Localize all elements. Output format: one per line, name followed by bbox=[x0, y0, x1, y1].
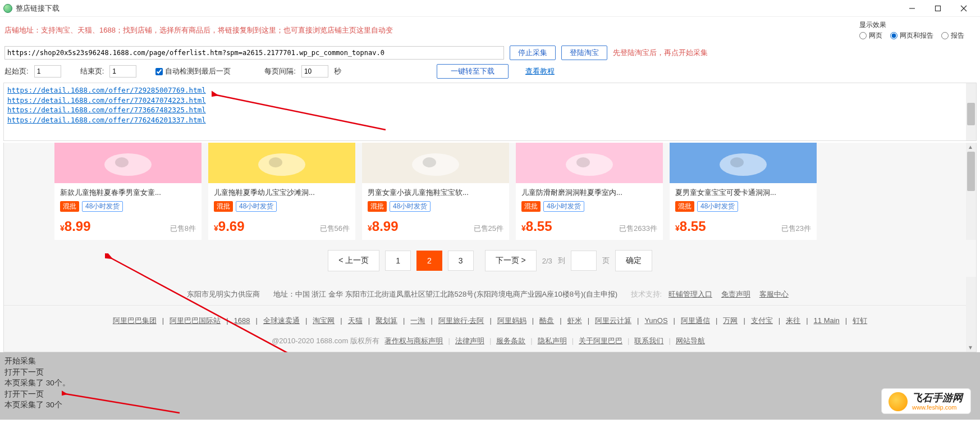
copyright-link[interactable]: 关于阿里巴巴 bbox=[579, 337, 622, 345]
goto-label: 到 bbox=[558, 256, 565, 266]
product-title: 夏男童女童宝宝可爱卡通洞洞... bbox=[675, 188, 811, 198]
site-link[interactable]: 阿里通信 bbox=[681, 316, 710, 325]
log-line: 开始采集 bbox=[4, 356, 976, 367]
page-number-button[interactable]: 2 bbox=[416, 251, 442, 271]
site-link[interactable]: 聚划算 bbox=[375, 316, 397, 325]
copyright-link[interactable]: 服务条款 bbox=[496, 337, 525, 345]
product-image bbox=[516, 143, 663, 183]
product-card[interactable]: 夏男童女童宝宝可爱卡通洞洞...混批48小时发货¥8.55已售23件 bbox=[670, 143, 817, 240]
login-taobao-button[interactable]: 登陆淘宝 bbox=[561, 46, 607, 60]
view-tutorial-link[interactable]: 查看教程 bbox=[525, 66, 555, 76]
end-page-label: 结束页: bbox=[80, 66, 104, 76]
site-link[interactable]: 万网 bbox=[723, 316, 738, 325]
site-link[interactable]: 阿里巴巴国际站 bbox=[170, 316, 221, 325]
interval-input[interactable] bbox=[301, 65, 328, 78]
site-link[interactable]: 1688 bbox=[234, 316, 250, 325]
goto-confirm-button[interactable]: 确定 bbox=[615, 250, 652, 271]
tech-support-link[interactable]: 客服中心 bbox=[759, 290, 789, 298]
tech-support-label: 技术支持: bbox=[631, 290, 662, 298]
supplier-name: 东阳市见明实力供应商 bbox=[187, 290, 260, 298]
product-card[interactable]: 新款儿童拖鞋夏春季男童女童...混批48小时发货¥8.99已售8件 bbox=[54, 143, 202, 240]
collected-link[interactable]: https://detail.1688.com/offer/7702470742… bbox=[7, 96, 973, 106]
product-sold: 已售2633件 bbox=[619, 224, 657, 234]
collected-link[interactable]: https://detail.1688.com/offer/7762462013… bbox=[7, 115, 973, 125]
tech-support-link[interactable]: 旺铺管理入口 bbox=[668, 290, 712, 298]
site-link[interactable]: 阿里旅行·去阿 bbox=[438, 316, 484, 325]
site-link[interactable]: 酷盘 bbox=[539, 316, 554, 325]
end-page-input[interactable] bbox=[109, 65, 136, 78]
tech-support-link[interactable]: 免责声明 bbox=[721, 290, 750, 298]
copyright-link[interactable]: 隐私声明 bbox=[538, 337, 567, 345]
paginator: < 上一页 123 下一页 > 2/3 到 页 确定 bbox=[4, 240, 976, 277]
site-link[interactable]: 虾米 bbox=[567, 316, 582, 325]
site-link[interactable]: 钉钉 bbox=[853, 316, 867, 325]
site-link[interactable]: YunOS bbox=[644, 316, 667, 325]
start-page-input[interactable] bbox=[34, 65, 61, 78]
product-card[interactable]: 男童女童小孩儿童拖鞋宝宝软...混批48小时发货¥8.99已售25件 bbox=[362, 143, 509, 240]
svg-point-10 bbox=[412, 153, 459, 176]
svg-point-11 bbox=[423, 157, 436, 167]
product-sold: 已售56件 bbox=[320, 224, 350, 234]
display-radio-group: 网页 网页和报告 报告 bbox=[859, 31, 964, 40]
product-image bbox=[54, 143, 202, 183]
maximize-button[interactable] bbox=[925, 0, 951, 17]
copyright-text: @2010-2020 1688.com 版权所有 bbox=[272, 337, 379, 345]
page-of-info: 2/3 bbox=[542, 257, 552, 265]
page-number-button[interactable]: 1 bbox=[385, 251, 411, 271]
copyright-link[interactable]: 法律声明 bbox=[455, 337, 484, 345]
product-price: ¥8.99 bbox=[60, 219, 91, 234]
site-link[interactable]: 全球速卖通 bbox=[263, 316, 300, 325]
watermark-icon bbox=[889, 392, 908, 411]
scrollbar-thumb[interactable] bbox=[967, 103, 975, 125]
scroll-down-icon[interactable]: ▼ bbox=[968, 344, 973, 351]
login-hint: 先登陆淘宝后，再点开始采集 bbox=[613, 48, 708, 58]
product-title: 男童女童小孩儿童拖鞋宝宝软... bbox=[368, 188, 503, 198]
close-button[interactable] bbox=[951, 0, 977, 17]
auto-detect-checkbox[interactable]: 自动检测到最后一页 bbox=[155, 66, 231, 76]
site-link[interactable]: 来往 bbox=[786, 316, 800, 325]
site-link[interactable]: 阿里巴巴集团 bbox=[113, 316, 157, 325]
minimize-button[interactable] bbox=[899, 0, 925, 17]
app-icon bbox=[3, 4, 12, 13]
scrollbar-thumb[interactable] bbox=[967, 152, 975, 191]
stop-collect-button[interactable]: 停止采集 bbox=[510, 46, 556, 60]
site-link[interactable]: 一淘 bbox=[410, 316, 425, 325]
product-price: ¥8.99 bbox=[368, 219, 399, 234]
product-image bbox=[670, 143, 817, 183]
collected-link[interactable]: https://detail.1688.com/offer/7736674823… bbox=[7, 105, 973, 115]
watermark: 飞石手游网 www.feship.com bbox=[881, 388, 971, 414]
site-link[interactable]: 支付宝 bbox=[751, 316, 773, 325]
site-link[interactable]: 阿里云计算 bbox=[595, 316, 631, 325]
log-line: 本页采集了 30个。 bbox=[4, 378, 976, 389]
next-page-button[interactable]: 下一页 > bbox=[485, 250, 537, 271]
display-label: 显示效果 bbox=[859, 20, 964, 30]
site-link[interactable]: 阿里妈妈 bbox=[497, 316, 526, 325]
tag-ship-48h: 48小时发货 bbox=[390, 201, 431, 212]
tag-ship-48h: 48小时发货 bbox=[543, 201, 584, 212]
log-line: 打开下一页 bbox=[4, 389, 976, 400]
store-url-hint: 店铺地址：支持淘宝、天猫、1688；找到店铺，选择所有商品后，将链接复制到这里；… bbox=[4, 25, 853, 35]
copyright-link[interactable]: 网站导航 bbox=[676, 337, 705, 345]
watermark-url: www.feship.com bbox=[912, 404, 963, 411]
radio-web[interactable]: 网页 bbox=[859, 31, 882, 40]
radio-web-report[interactable]: 网页和报告 bbox=[890, 31, 933, 40]
copyright-link[interactable]: 著作权与商标声明 bbox=[384, 337, 443, 345]
start-page-label: 起始页: bbox=[4, 66, 29, 76]
page-number-button[interactable]: 3 bbox=[448, 251, 474, 271]
transfer-download-button[interactable]: 一键转至下载 bbox=[437, 64, 509, 79]
collected-link[interactable]: https://detail.1688.com/offer/7292850077… bbox=[7, 85, 973, 96]
goto-page-input[interactable] bbox=[571, 251, 597, 271]
copyright-link[interactable]: 联系我们 bbox=[634, 337, 663, 345]
store-url-input[interactable] bbox=[4, 46, 504, 60]
product-card[interactable]: 儿童防滑耐磨洞洞鞋夏季室内...混批48小时发货¥8.55已售2633件 bbox=[516, 143, 663, 240]
site-link[interactable]: 天猫 bbox=[348, 316, 363, 325]
scroll-up-icon[interactable]: ▲ bbox=[968, 144, 973, 150]
page-preview-area: ▲ ▼ 新款儿童拖鞋夏春季男童女童...混批48小时发货¥8.99已售8件儿童拖… bbox=[3, 143, 977, 352]
site-link[interactable]: 11 Main bbox=[814, 316, 840, 325]
radio-report[interactable]: 报告 bbox=[941, 31, 964, 40]
product-card[interactable]: 儿童拖鞋夏季幼儿宝宝沙滩洞...混批48小时发货¥9.69已售56件 bbox=[208, 143, 355, 240]
log-line: 打开下一页 bbox=[4, 367, 976, 378]
site-link[interactable]: 淘宝网 bbox=[313, 316, 335, 325]
svg-point-9 bbox=[269, 157, 282, 167]
prev-page-button[interactable]: < 上一页 bbox=[328, 250, 379, 271]
